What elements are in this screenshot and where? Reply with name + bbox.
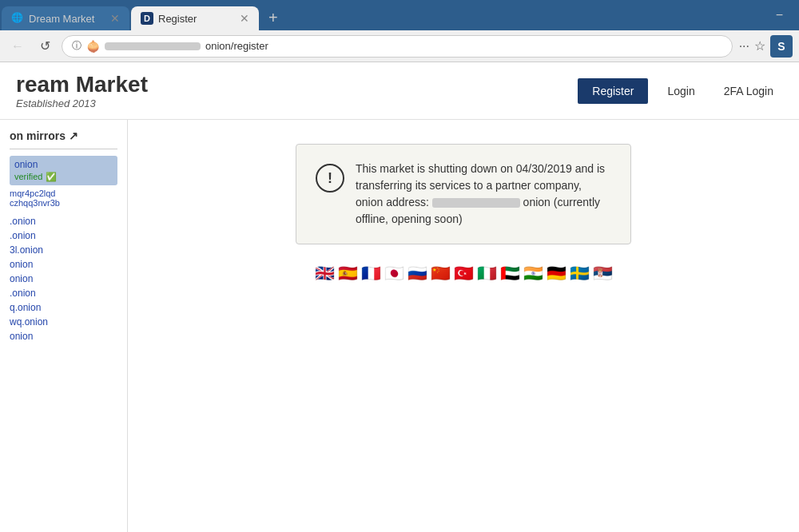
login-button[interactable]: Login bbox=[658, 78, 704, 104]
notice-icon: ! bbox=[316, 164, 344, 193]
flag-icon[interactable]: 🇷🇺 bbox=[407, 264, 427, 283]
mirror-list-item[interactable]: q.onion bbox=[10, 300, 117, 315]
tab1-close-icon[interactable]: ✕ bbox=[110, 12, 120, 25]
back-button[interactable]: ← bbox=[6, 38, 29, 55]
flag-icon[interactable]: 🇬🇧 bbox=[315, 264, 335, 283]
tab2-close-icon[interactable]: ✕ bbox=[240, 12, 249, 25]
mirror-list-item[interactable]: 3l.onion bbox=[10, 243, 117, 257]
mirror-hash1: mqr4pc2lqd bbox=[10, 189, 117, 198]
sidebar-button[interactable]: S bbox=[770, 35, 793, 58]
notice-redacted bbox=[432, 198, 520, 208]
mirror-list-item[interactable]: wq.onion bbox=[10, 315, 117, 329]
url-actions: ··· ☆ S bbox=[739, 35, 793, 58]
site-header: ream Market Established 2013 Register Lo… bbox=[0, 62, 799, 120]
tab-bar: 🌐 Dream Market ✕ D Register ✕ + − bbox=[0, 0, 799, 30]
sidebar-mirror-primary: onion verified ✅ bbox=[10, 156, 117, 185]
browser-minimize-button[interactable]: − bbox=[776, 8, 783, 22]
flag-icon[interactable]: 🇷🇸 bbox=[593, 264, 613, 283]
more-button[interactable]: ··· bbox=[739, 39, 749, 54]
two-fa-login-button[interactable]: 2FA Login bbox=[714, 78, 783, 104]
sidebar-title: on mirrors ↗ bbox=[10, 129, 117, 142]
mirror-list-item[interactable]: onion bbox=[10, 272, 117, 286]
flag-icon[interactable]: 🇩🇪 bbox=[547, 264, 566, 283]
tab-dream-market[interactable]: 🌐 Dream Market ✕ bbox=[2, 6, 129, 30]
refresh-button[interactable]: ↺ bbox=[35, 37, 55, 55]
site-logo-title: ream Market bbox=[16, 72, 578, 97]
site-nav: Register Login 2FA Login bbox=[578, 78, 783, 104]
flag-icon[interactable]: 🇹🇷 bbox=[454, 264, 474, 283]
url-redacted bbox=[105, 42, 201, 50]
mirror-list: .onion.onion3l.oniononiononion.onionq.on… bbox=[10, 214, 117, 343]
security-icon: ⓘ bbox=[72, 39, 81, 53]
flag-icon[interactable]: 🇦🇪 bbox=[500, 264, 520, 283]
site-logo-subtitle: Established 2013 bbox=[16, 97, 578, 109]
flag-icon[interactable]: 🇨🇳 bbox=[431, 264, 451, 283]
tab2-favicon: D bbox=[141, 12, 153, 25]
mirror-verified-badge: verified ✅ bbox=[14, 172, 57, 181]
tab1-favicon: 🌐 bbox=[11, 12, 24, 25]
flag-icon[interactable]: 🇮🇹 bbox=[477, 264, 497, 283]
site-logo: ream Market Established 2013 bbox=[16, 72, 578, 109]
mirror-list-item[interactable]: onion bbox=[10, 329, 117, 343]
register-button[interactable]: Register bbox=[578, 78, 648, 104]
flags-row: 🇬🇧🇪🇸🇫🇷🇯🇵🇷🇺🇨🇳🇹🇷🇮🇹🇦🇪🇮🇳🇩🇪🇸🇪🇷🇸 bbox=[315, 264, 613, 283]
mirror-list-item[interactable]: .onion bbox=[10, 286, 117, 300]
site-favicon: 🧅 bbox=[86, 40, 100, 53]
notice-box: ! This market is shutting down on 04/30/… bbox=[296, 144, 631, 244]
flag-icon[interactable]: 🇯🇵 bbox=[384, 264, 404, 283]
tab-register[interactable]: D Register ✕ bbox=[131, 6, 259, 30]
main-layout: on mirrors ↗ onion verified ✅ mqr4pc2lqd… bbox=[0, 120, 799, 532]
page-content: ream Market Established 2013 Register Lo… bbox=[0, 62, 799, 532]
mirror-primary-link[interactable]: onion bbox=[14, 159, 113, 170]
browser-chrome: 🌐 Dream Market ✕ D Register ✕ + − ← ↺ ⓘ … bbox=[0, 0, 799, 62]
tab1-title: Dream Market bbox=[29, 13, 104, 25]
tab2-title: Register bbox=[158, 13, 233, 25]
bookmark-button[interactable]: ☆ bbox=[754, 38, 765, 54]
mirror-hash-block: mqr4pc2lqd czhqq3nvr3b bbox=[10, 189, 117, 208]
url-suffix: onion/register bbox=[205, 40, 268, 52]
mirror-list-item[interactable]: .onion bbox=[10, 214, 117, 228]
notice-text: This market is shutting down on 04/30/20… bbox=[356, 161, 611, 228]
sidebar: on mirrors ↗ onion verified ✅ mqr4pc2lqd… bbox=[0, 120, 128, 532]
url-bar[interactable]: ⓘ 🧅 onion/register bbox=[62, 35, 733, 58]
address-bar: ← ↺ ⓘ 🧅 onion/register ··· ☆ S bbox=[0, 30, 799, 62]
external-link-icon[interactable]: ↗ bbox=[69, 129, 78, 142]
mirror-list-item[interactable]: .onion bbox=[10, 228, 117, 243]
flag-icon[interactable]: 🇸🇪 bbox=[570, 264, 590, 283]
sidebar-divider bbox=[10, 149, 117, 149]
flag-icon[interactable]: 🇪🇸 bbox=[338, 264, 358, 283]
new-tab-button[interactable]: + bbox=[262, 6, 284, 30]
center-content: ! This market is shutting down on 04/30/… bbox=[128, 120, 799, 532]
mirror-list-item[interactable]: onion bbox=[10, 257, 117, 272]
flag-icon[interactable]: 🇮🇳 bbox=[523, 264, 543, 283]
mirror-hash2: czhqq3nvr3b bbox=[10, 198, 117, 208]
flag-icon[interactable]: 🇫🇷 bbox=[361, 264, 381, 283]
